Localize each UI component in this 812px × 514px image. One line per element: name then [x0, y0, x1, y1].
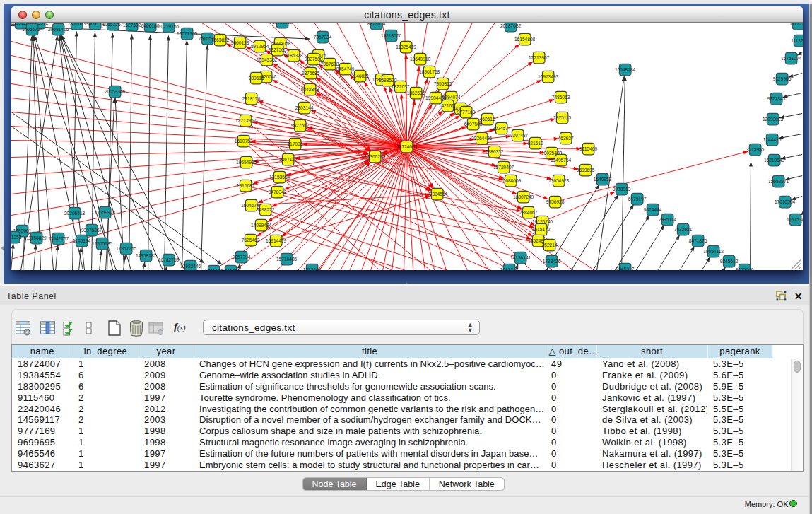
svg-text:17357255: 17357255 — [116, 245, 137, 250]
svg-text:1849371: 1849371 — [222, 268, 240, 270]
svg-text:1615172: 1615172 — [532, 226, 551, 231]
svg-text:1916682: 1916682 — [237, 182, 255, 187]
svg-text:9329966: 9329966 — [773, 76, 792, 81]
svg-text:20187682: 20187682 — [500, 23, 522, 28]
svg-text:1862635: 1862635 — [407, 90, 425, 95]
svg-text:2986332: 2986332 — [486, 148, 504, 153]
svg-text:18300295: 18300295 — [365, 153, 386, 158]
svg-text:11156829: 11156829 — [27, 235, 47, 240]
svg-text:8454749: 8454749 — [336, 66, 355, 71]
svg-text:3215955: 3215955 — [746, 146, 765, 151]
svg-text:7485063: 7485063 — [552, 94, 570, 99]
svg-text:18640910: 18640910 — [410, 56, 431, 61]
svg-text:1862673: 1862673 — [68, 23, 86, 26]
svg-text:2935114: 2935114 — [659, 216, 676, 221]
svg-text:16914479: 16914479 — [266, 238, 287, 243]
svg-text:14099484: 14099484 — [251, 222, 272, 227]
svg-text:13654923: 13654923 — [548, 177, 570, 182]
svg-text:7955812: 7955812 — [434, 81, 452, 86]
svg-text:10653267: 10653267 — [102, 23, 124, 27]
svg-text:20053346: 20053346 — [105, 88, 126, 93]
svg-text:1731646: 1731646 — [205, 268, 223, 270]
svg-text:16961758: 16961758 — [419, 69, 440, 74]
svg-text:16671365: 16671365 — [177, 30, 198, 35]
svg-text:6466160: 6466160 — [141, 23, 160, 28]
svg-text:2975115: 2975115 — [553, 115, 571, 119]
svg-text:16033809: 16033809 — [272, 23, 293, 25]
svg-text:462616: 462616 — [480, 116, 495, 121]
svg-text:19218506: 19218506 — [381, 33, 402, 37]
svg-text:9427552: 9427552 — [291, 122, 310, 127]
svg-text:8912954: 8912954 — [251, 43, 269, 48]
svg-text:391253: 391253 — [11, 234, 22, 239]
svg-text:621610: 621610 — [528, 140, 543, 145]
svg-text:1610752: 1610752 — [235, 138, 253, 143]
svg-text:8813054: 8813054 — [367, 23, 386, 26]
svg-text:10973493: 10973493 — [538, 74, 559, 78]
svg-text:15720407: 15720407 — [493, 164, 514, 169]
svg-text:16648784: 16648784 — [615, 66, 636, 71]
svg-text:9474444: 9474444 — [644, 206, 662, 211]
svg-text:8478342: 8478342 — [269, 189, 287, 194]
svg-text:1640953: 1640953 — [594, 176, 612, 181]
svg-text:9245612: 9245612 — [720, 258, 739, 263]
svg-text:20206518: 20206518 — [64, 210, 86, 215]
svg-text:16782759: 16782759 — [158, 257, 180, 262]
svg-text:3498222: 3498222 — [257, 206, 275, 211]
svg-text:989615: 989615 — [249, 75, 264, 80]
svg-text:252214: 252214 — [542, 242, 558, 247]
svg-text:20364436: 20364436 — [471, 135, 493, 140]
svg-text:8938913: 8938913 — [613, 186, 631, 191]
svg-text:1113254: 1113254 — [792, 37, 803, 42]
svg-text:18807249: 18807249 — [513, 194, 534, 199]
svg-text:13153594: 13153594 — [269, 174, 290, 179]
svg-text:13942757: 13942757 — [48, 235, 69, 240]
svg-text:9857794: 9857794 — [233, 254, 251, 259]
svg-text:7632621: 7632621 — [674, 226, 693, 231]
svg-text:8186328: 8186328 — [285, 52, 303, 57]
svg-text:9227343: 9227343 — [767, 95, 786, 100]
svg-text:16210643: 16210643 — [764, 157, 785, 162]
svg-text:8471876: 8471876 — [689, 238, 707, 243]
svg-text:10688609: 10688609 — [500, 177, 522, 182]
svg-text:14958187: 14958187 — [136, 252, 157, 257]
svg-text:9465546: 9465546 — [736, 267, 754, 270]
svg-text:14136141: 14136141 — [510, 255, 531, 259]
svg-text:1733426: 1733426 — [543, 258, 561, 263]
svg-text:1167534: 1167534 — [787, 216, 802, 221]
svg-text:19654935: 19654935 — [236, 159, 257, 164]
svg-text:2718176: 2718176 — [242, 95, 261, 100]
svg-text:12505185: 12505185 — [92, 240, 113, 245]
svg-text:6794074: 6794074 — [442, 94, 461, 99]
svg-text:3024574: 3024574 — [493, 125, 511, 130]
svg-text:1822037: 1822037 — [392, 83, 410, 88]
svg-text:1117259: 1117259 — [790, 23, 803, 26]
svg-text:3875685: 3875685 — [302, 70, 320, 75]
svg-text:9777169: 9777169 — [457, 109, 476, 114]
svg-text:9327505: 9327505 — [269, 47, 287, 52]
svg-text:117006: 117006 — [288, 141, 303, 146]
svg-text:9146821: 9146821 — [351, 73, 370, 78]
svg-text:17010504: 17010504 — [775, 199, 796, 204]
svg-text:9115460: 9115460 — [579, 146, 597, 151]
svg-text:6497568: 6497568 — [464, 121, 483, 126]
svg-text:1244415: 1244415 — [763, 136, 782, 141]
svg-text:12213967: 12213967 — [529, 54, 550, 59]
svg-text:14055724: 14055724 — [22, 26, 43, 31]
svg-text:1588520: 1588520 — [379, 77, 397, 82]
svg-text:16154808: 16154808 — [514, 36, 536, 41]
svg-text:2884067: 2884067 — [519, 209, 538, 214]
svg-text:11325419: 11325419 — [396, 44, 417, 49]
svg-text:2045012: 2045012 — [616, 266, 635, 270]
svg-text:6679197: 6679197 — [628, 196, 647, 201]
svg-text:1273464: 1273464 — [303, 267, 322, 270]
svg-text:10307487: 10307487 — [507, 132, 529, 137]
svg-text:15751074: 15751074 — [781, 55, 802, 60]
svg-text:7357234: 7357234 — [314, 34, 332, 39]
svg-text:93975867: 93975867 — [81, 227, 102, 232]
svg-text:20691406: 20691406 — [48, 26, 69, 31]
svg-text:19384554: 19384554 — [427, 191, 448, 196]
svg-text:9242848: 9242848 — [301, 86, 319, 91]
svg-text:9660123: 9660123 — [231, 40, 249, 45]
svg-text:12093823: 12093823 — [763, 116, 784, 121]
